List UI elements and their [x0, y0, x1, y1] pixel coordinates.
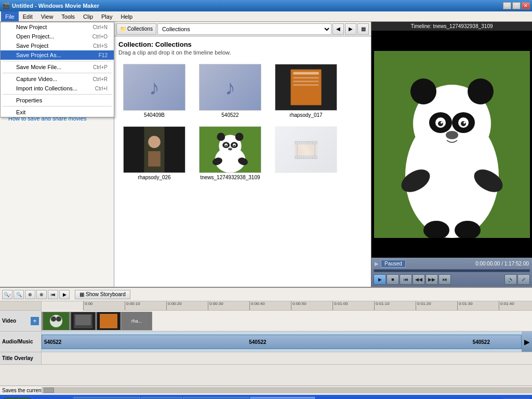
taskbar-items: 🌐 📁 🎵 🦊 Silpakorn University C... ⚙ iiir…: [35, 397, 478, 399]
collections-folder-icon: 📁: [120, 26, 126, 32]
timeline-prev-button[interactable]: ⏮: [48, 290, 58, 299]
panda-thumbnail-svg: [200, 126, 261, 173]
menu-file[interactable]: File: [1, 11, 19, 21]
fullscreen-button[interactable]: ⤢: [517, 274, 530, 285]
menu-save-movie-file[interactable]: Save Movie File... Ctrl+P: [1, 62, 114, 72]
menu-edit[interactable]: Edit: [19, 11, 37, 21]
video-track-content[interactable]: rha...: [42, 311, 532, 331]
add-video-button[interactable]: +: [31, 317, 39, 325]
preview-icon: ▶: [375, 261, 379, 267]
menu-exit[interactable]: Exit: [1, 108, 114, 117]
taskbar-millennium[interactable]: 📋 Millennium Cataloging...: [183, 397, 249, 399]
ruler-tick: 0:01:40: [499, 301, 514, 310]
collection-subtitle: Drag a clip and drop it on the timeline …: [118, 49, 367, 56]
timeline-zoom-in-button[interactable]: ⊕: [36, 290, 47, 299]
menu-play[interactable]: Play: [97, 11, 116, 21]
timeline-ruler-row: 0:00 0:00:10 0:00:20 0:00:30 0:00:40 0:0…: [0, 301, 532, 311]
media-item[interactable]: rhapsody_017: [272, 64, 340, 118]
ie-icon[interactable]: 🌐: [37, 397, 47, 399]
ruler-tick: 0:00:40: [249, 301, 265, 310]
menu-clip[interactable]: Clip: [79, 11, 97, 21]
nav-forward-button[interactable]: ▶: [345, 23, 356, 35]
audio-track-content[interactable]: 540522 540522 540522 ▶: [42, 331, 532, 352]
play-button[interactable]: ▶: [374, 274, 386, 285]
video-clip[interactable]: [70, 312, 96, 330]
maximize-button[interactable]: □: [512, 2, 521, 9]
minimize-button[interactable]: ─: [503, 2, 511, 9]
audio-clip[interactable]: 540522 540522 540522: [42, 335, 522, 349]
progress-bar[interactable]: [374, 269, 530, 272]
collection-title: Collection: Collections: [118, 41, 367, 48]
taskbar-iiirunner[interactable]: ⚙ iiirunner.exe: [141, 397, 182, 399]
timeline-scrollbar[interactable]: [0, 387, 532, 393]
taskbar-moviemaker[interactable]: 🎬 Untitled - Windows M...: [250, 397, 315, 399]
collections-dropdown[interactable]: Collections: [157, 23, 331, 35]
svg-rect-3: [293, 77, 318, 78]
preview-status: ▶ Paused 0:00:00.00 / 1:17:52.00: [374, 260, 530, 268]
timeline-area: 🔍- 🔍 ⊕ ⊕ ⏮ ▶ ▦ Show Storyboard 0:00 0:00…: [0, 287, 532, 385]
film-placeholder: 🎞️: [272, 126, 340, 180]
collections-button[interactable]: 📁 Collections: [116, 23, 156, 35]
media-item[interactable]: tnews_1274932938_3109: [196, 126, 264, 180]
menu-save-project[interactable]: Save Project Ctrl+S: [1, 41, 114, 50]
video-clip-label[interactable]: rha...: [121, 312, 152, 330]
timeline-zoom-out-button[interactable]: 🔍-: [2, 290, 12, 299]
media-item[interactable]: rhapsody_026: [121, 126, 188, 180]
thumbnail-svg: [275, 64, 337, 111]
timeline-play-button[interactable]: ▶: [59, 290, 70, 299]
menu-import-collections[interactable]: Import into Collections... Ctrl+I: [1, 84, 114, 93]
svg-rect-8: [165, 127, 185, 173]
menu-bar: File Edit View Tools Clip Play Help New …: [0, 11, 532, 22]
menu-save-project-as[interactable]: Save Project As... F12: [1, 50, 114, 60]
folder-icon[interactable]: 📁: [48, 397, 59, 399]
menu-new-project[interactable]: New Project Ctrl+N: [1, 22, 114, 32]
show-storyboard-button[interactable]: ▦ Show Storyboard: [75, 290, 130, 299]
svg-rect-4: [293, 81, 318, 82]
timeline-search-button[interactable]: 🔍: [14, 290, 24, 299]
ruler-tick: 0:01:10: [374, 301, 390, 310]
prev-frame-button[interactable]: ⏮: [400, 274, 412, 285]
view-toggle-button[interactable]: ▦: [357, 23, 369, 35]
menu-view[interactable]: View: [37, 11, 58, 21]
taskbar: ⊞ Start 🌐 📁 🎵 🦊 Silpakorn University C..…: [0, 395, 532, 399]
ruler-tick: 0:00:30: [208, 301, 223, 310]
end-button[interactable]: ⏭: [438, 274, 451, 285]
video-clip[interactable]: [42, 312, 70, 330]
menu-open-project[interactable]: Open Project... Ctrl+O: [1, 32, 114, 41]
svg-point-21: [225, 145, 227, 147]
media-item[interactable]: ♪ 540409B: [121, 64, 188, 118]
ruler-spacer: [0, 301, 42, 311]
svg-point-48: [56, 316, 61, 322]
next-frame-button[interactable]: ▶▶: [425, 274, 438, 285]
menu-tools[interactable]: Tools: [57, 11, 79, 21]
media-item-label: rhapsody_026: [138, 175, 170, 180]
timeline-zoom-in-small[interactable]: ⊕: [25, 290, 35, 299]
media-icon[interactable]: 🎵: [60, 397, 70, 399]
audio-track-row: Audio/Music 540522 540522 540522 ▶: [0, 331, 532, 352]
storyboard-icon: ▦: [79, 291, 84, 297]
timeline-ruler: 0:00 0:00:10 0:00:20 0:00:30 0:00:40 0:0…: [83, 301, 532, 311]
close-button[interactable]: ✕: [522, 2, 530, 9]
menu-properties[interactable]: Properties: [1, 96, 114, 105]
menu-help[interactable]: Help: [116, 11, 137, 21]
back-frame-button[interactable]: ◀◀: [413, 274, 425, 285]
svg-point-46: [50, 315, 62, 327]
scroll-thumb[interactable]: [44, 388, 54, 393]
taskbar-silpakorn[interactable]: 🦊 Silpakorn University C...: [74, 397, 140, 399]
preview-controls: ▶ Paused 0:00:00.00 / 1:17:52.00 ▶ ■ ⏮ ◀…: [371, 258, 532, 287]
stop-button[interactable]: ■: [387, 274, 399, 285]
ruler-tick: 0:01:20: [416, 301, 431, 310]
media-item-label: rhapsody_017: [289, 112, 322, 118]
preview-video: [371, 31, 532, 258]
media-item[interactable]: ♪ 540522: [196, 64, 264, 118]
title-overlay-content[interactable]: [42, 352, 532, 364]
app-title: Untitled - Windows Movie Maker: [12, 3, 99, 9]
nav-back-button[interactable]: ◀: [332, 23, 344, 35]
svg-point-15: [217, 133, 225, 141]
svg-point-22: [233, 145, 235, 147]
volume-button[interactable]: 🔊: [504, 274, 517, 285]
svg-point-47: [51, 316, 56, 322]
video-clip[interactable]: [96, 312, 121, 330]
menu-capture-video[interactable]: Capture Video... Ctrl+R: [1, 74, 114, 84]
title-bar-controls: ─ □ ✕: [503, 2, 530, 9]
